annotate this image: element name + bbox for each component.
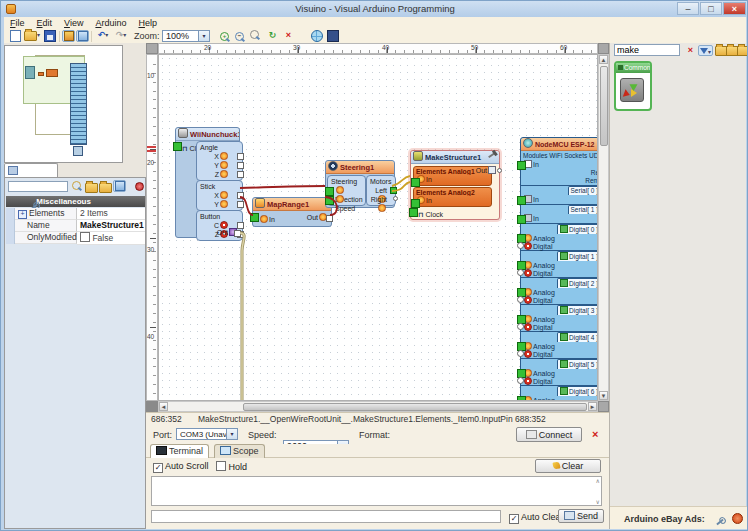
zoom-reset-button[interactable] bbox=[248, 30, 261, 42]
zoom-in-button[interactable]: + bbox=[218, 30, 231, 42]
tool-hammer-icon[interactable] bbox=[488, 152, 496, 158]
scroll-up-button[interactable]: ▲ bbox=[599, 55, 608, 64]
output-pin[interactable] bbox=[237, 162, 244, 169]
input-pin[interactable] bbox=[517, 161, 526, 170]
output-pin[interactable] bbox=[237, 201, 244, 208]
property-value[interactable]: 2 Items bbox=[77, 208, 145, 220]
clear-button[interactable]: Clear bbox=[535, 459, 601, 473]
filter-button[interactable]: ▾ bbox=[698, 45, 713, 56]
undo-button[interactable]: ↶▾ bbox=[94, 30, 112, 42]
digital-input-pin[interactable] bbox=[517, 377, 524, 384]
send-button[interactable]: Send bbox=[558, 509, 604, 523]
ads-close-icon[interactable] bbox=[732, 513, 743, 526]
maximize-button[interactable]: □ bbox=[700, 2, 722, 15]
toggle-appearance-button[interactable] bbox=[62, 30, 75, 42]
hold-checkbox[interactable]: Hold bbox=[216, 461, 247, 472]
disconnect-x-icon[interactable]: × bbox=[592, 428, 598, 440]
close-button[interactable]: × bbox=[723, 2, 746, 15]
palette-category-tile[interactable]: Common bbox=[614, 61, 652, 111]
build-button[interactable]: ↻ bbox=[266, 30, 279, 42]
scroll-down-button[interactable]: ▼ bbox=[599, 391, 608, 400]
auto-clear-checkbox[interactable]: ✓ Auto Clear bbox=[509, 512, 564, 524]
menu-item[interactable]: Edit bbox=[31, 17, 59, 30]
web-help-button[interactable] bbox=[310, 30, 323, 42]
redo-button[interactable]: ↷▾ bbox=[112, 30, 130, 42]
filter-caret-icon[interactable]: ▾ bbox=[708, 49, 711, 55]
view-mode-button[interactable] bbox=[113, 180, 126, 192]
save-project-button[interactable] bbox=[43, 30, 56, 42]
properties-filter-input[interactable] bbox=[8, 181, 68, 192]
tab-terminal[interactable]: Terminal bbox=[150, 444, 209, 458]
expand-all-icon[interactable] bbox=[85, 182, 98, 193]
output-pin[interactable] bbox=[393, 196, 398, 201]
property-name[interactable]: OnlyModified bbox=[15, 232, 77, 244]
auto-scroll-checkbox[interactable]: ✓ Auto Scroll bbox=[153, 461, 209, 473]
block-wiinunchuck1[interactable]: WiiNunchuck1 ⊓ Clock Angle XYZ Stick XY … bbox=[175, 127, 240, 238]
block-header[interactable]: WiiNunchuck1 bbox=[176, 128, 239, 141]
block-makestructure1[interactable]: MakeStructure1 Elements Analog1 In Eleme… bbox=[410, 150, 500, 220]
horizontal-scrollbar[interactable]: ◄ ► bbox=[158, 401, 598, 412]
block-header[interactable]: MakeStructure1 bbox=[411, 151, 499, 164]
terminal-output[interactable]: ∧ ∨ bbox=[151, 476, 602, 506]
delete-button[interactable]: × bbox=[282, 30, 295, 42]
pin-panel-icon[interactable] bbox=[135, 182, 144, 193]
input-pin[interactable] bbox=[325, 196, 334, 205]
menu-item[interactable]: Help bbox=[132, 17, 163, 30]
zoom-caret-icon[interactable]: ▾ bbox=[198, 31, 209, 41]
zoom-select[interactable]: 100%▾ bbox=[162, 30, 210, 42]
input-pin[interactable] bbox=[411, 178, 420, 187]
expander-icon[interactable]: + bbox=[18, 210, 27, 219]
digital-input-pin[interactable] bbox=[517, 269, 524, 276]
undo-dropdown-icon[interactable]: ▾ bbox=[105, 32, 108, 38]
input-pin[interactable] bbox=[250, 213, 259, 222]
send-text-input[interactable] bbox=[151, 510, 501, 523]
collapse-all-icon[interactable] bbox=[99, 182, 112, 193]
output-pin[interactable] bbox=[237, 192, 244, 199]
menu-item[interactable]: Arduino bbox=[89, 17, 132, 30]
ads-tools-icon[interactable] bbox=[716, 515, 724, 525]
title-bar[interactable]: Visuino - Visual Arduino Programming – □… bbox=[1, 1, 748, 17]
output-pin[interactable] bbox=[497, 168, 502, 173]
block-header[interactable]: MapRange1 bbox=[253, 198, 331, 211]
digital-input-pin[interactable] bbox=[517, 323, 524, 330]
input-pin[interactable] bbox=[517, 215, 526, 224]
open-project-button[interactable]: ▾ bbox=[23, 30, 41, 42]
properties-search-icon[interactable] bbox=[72, 181, 81, 192]
input-pin[interactable] bbox=[411, 199, 420, 208]
component-search-input[interactable] bbox=[614, 44, 680, 56]
vertical-scrollbar[interactable]: ▲ ▼ bbox=[598, 54, 609, 401]
property-name[interactable]: +Elements bbox=[15, 208, 77, 220]
output-pin[interactable] bbox=[237, 171, 244, 178]
zoom-out-button[interactable]: − bbox=[233, 30, 246, 42]
scroll-down-icon[interactable]: ∨ bbox=[596, 498, 600, 505]
clock-input-pin[interactable] bbox=[409, 208, 418, 217]
expand-all-button[interactable] bbox=[726, 45, 737, 56]
block-maprange1[interactable]: MapRange1 In Out bbox=[252, 197, 332, 227]
clear-search-icon[interactable]: × bbox=[685, 45, 696, 56]
scroll-left-button[interactable]: ◄ bbox=[159, 402, 168, 411]
menu-item[interactable]: View bbox=[58, 17, 89, 30]
output-pin[interactable] bbox=[326, 215, 333, 222]
dropdown-caret-icon[interactable]: ▾ bbox=[37, 32, 40, 38]
scrollbar-thumb[interactable] bbox=[600, 66, 608, 146]
output-pin[interactable] bbox=[234, 230, 241, 237]
block-header[interactable]: Steering1 bbox=[326, 161, 394, 174]
tab-scope[interactable]: Scope bbox=[214, 444, 265, 458]
toggle-grid-button[interactable] bbox=[76, 30, 89, 42]
digital-input-pin[interactable] bbox=[517, 242, 524, 249]
output-pin[interactable] bbox=[237, 222, 244, 229]
connect-button[interactable]: Connect bbox=[516, 427, 582, 442]
category-miscellaneous[interactable]: Miscellaneous bbox=[6, 196, 145, 207]
output-pin[interactable] bbox=[390, 187, 397, 194]
minimize-button[interactable]: – bbox=[677, 2, 699, 15]
scroll-right-button[interactable]: ► bbox=[588, 402, 597, 411]
digital-input-pin[interactable] bbox=[517, 350, 524, 357]
design-canvas[interactable]: WiiNunchuck1 ⊓ Clock Angle XYZ Stick XY … bbox=[158, 54, 598, 401]
input-pin[interactable] bbox=[517, 196, 526, 205]
output-pin[interactable] bbox=[237, 153, 244, 160]
tab-properties[interactable]: Properties bbox=[4, 163, 58, 177]
port-select[interactable]: COM3 (Unav▾ bbox=[176, 428, 238, 440]
scroll-up-icon[interactable]: ∧ bbox=[596, 477, 600, 484]
clock-input-pin[interactable] bbox=[173, 142, 182, 151]
overview-minimap[interactable] bbox=[4, 45, 123, 163]
